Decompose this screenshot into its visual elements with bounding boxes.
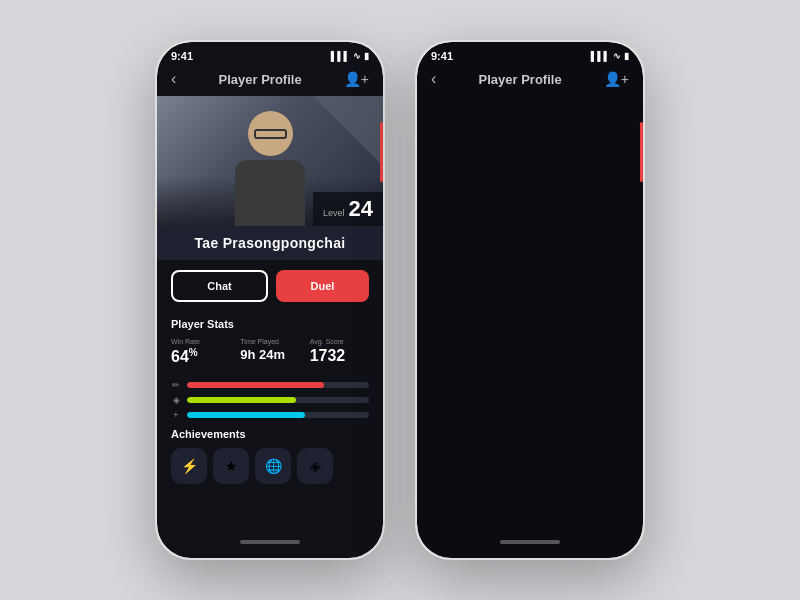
status-time-2: 9:41 (431, 50, 453, 62)
bar-icon-3: + (171, 410, 181, 420)
bar-fill-3 (187, 412, 305, 418)
stat-avg-value: 1732 (310, 347, 369, 365)
phone-2: 9:41 ▌▌▌ ∿ ▮ ‹ Player Profile 👤+ (415, 40, 645, 560)
phone-1: 9:41 ▌▌▌ ∿ ▮ ‹ Player Profile 👤+ (155, 40, 385, 560)
stat-time-label: Time Played (240, 338, 299, 345)
bar-row-2: ◈ (171, 395, 369, 405)
header-title-1: Player Profile (219, 72, 302, 87)
back-button-1[interactable]: ‹ (171, 70, 176, 88)
status-icons-1: ▌▌▌ ∿ ▮ (331, 51, 369, 61)
bar-fill-2 (187, 397, 296, 403)
stat-win-rate-value: 64% (171, 347, 230, 366)
add-friend-icon-1[interactable]: 👤+ (344, 71, 369, 87)
player-name: Tae Prasongpongchai (195, 235, 346, 251)
bar-icon-1: ✏ (171, 380, 181, 390)
level-number: 24 (349, 196, 373, 222)
achievement-badge-3[interactable]: 🌐 (255, 448, 291, 484)
header-1: ‹ Player Profile 👤+ (157, 66, 383, 96)
bar-row-3: + (171, 410, 369, 420)
bars-section: ✏ ◈ + (157, 380, 383, 420)
avatar-silhouette (225, 111, 315, 226)
action-buttons: Chat Duel (157, 260, 383, 312)
level-badge: Level 24 (313, 192, 383, 226)
achievement-badge-4[interactable]: ◈ (297, 448, 333, 484)
bar-track-2 (187, 397, 369, 403)
status-bar-1: 9:41 ▌▌▌ ∿ ▮ (157, 42, 383, 66)
stats-grid: Win Rate 64% Time Played 9h 24m Avg. Sco… (171, 338, 369, 366)
add-friend-icon-2[interactable]: 👤+ (604, 71, 629, 87)
achievement-badge-2[interactable]: ★ (213, 448, 249, 484)
profile-image-area: Level 24 (157, 96, 383, 226)
stats-title: Player Stats (171, 318, 369, 330)
stats-section: Player Stats Win Rate 64% Time Played 9h… (157, 312, 383, 380)
achievements-section: Achievements ⚡ ★ 🌐 ◈ (157, 420, 383, 488)
player-name-bar: Tae Prasongpongchai (157, 226, 383, 260)
bar-fill-1 (187, 382, 324, 388)
header-2: ‹ Player Profile 👤+ (417, 66, 643, 96)
bar-row-1: ✏ (171, 380, 369, 390)
avatar-glasses (254, 129, 287, 139)
stat-win-rate-label: Win Rate (171, 338, 230, 345)
achievement-icons: ⚡ ★ 🌐 ◈ (171, 448, 369, 484)
battery-icon: ▮ (364, 51, 369, 61)
bar-track-3 (187, 412, 369, 418)
status-bar-2: 9:41 ▌▌▌ ∿ ▮ (417, 42, 643, 66)
scroll-indicator-1 (240, 540, 300, 544)
avatar-body (235, 160, 305, 226)
wifi-icon: ∿ (353, 51, 361, 61)
stat-avg-label: Avg. Score (310, 338, 369, 345)
status-icons-2: ▌▌▌ ∿ ▮ (591, 51, 629, 61)
signal-icon: ▌▌▌ (331, 51, 350, 61)
achievements-title: Achievements (171, 428, 369, 440)
avatar-head (248, 111, 293, 156)
signal-icon-2: ▌▌▌ (591, 51, 610, 61)
bar-icon-2: ◈ (171, 395, 181, 405)
battery-icon-2: ▮ (624, 51, 629, 61)
wifi-icon-2: ∿ (613, 51, 621, 61)
chat-button[interactable]: Chat (171, 270, 268, 302)
stat-avg-score: Avg. Score 1732 (310, 338, 369, 366)
status-time-1: 9:41 (171, 50, 193, 62)
stat-time-played: Time Played 9h 24m (240, 338, 299, 366)
back-button-2[interactable]: ‹ (431, 70, 436, 88)
stat-win-rate: Win Rate 64% (171, 338, 230, 366)
duel-button[interactable]: Duel (276, 270, 369, 302)
scroll-indicator-2 (500, 540, 560, 544)
achievement-badge-1[interactable]: ⚡ (171, 448, 207, 484)
bar-track-1 (187, 382, 369, 388)
header-title-2: Player Profile (479, 72, 562, 87)
triangle-decoration (313, 96, 383, 166)
stat-time-value: 9h 24m (240, 347, 299, 362)
level-label: Level (323, 208, 345, 218)
